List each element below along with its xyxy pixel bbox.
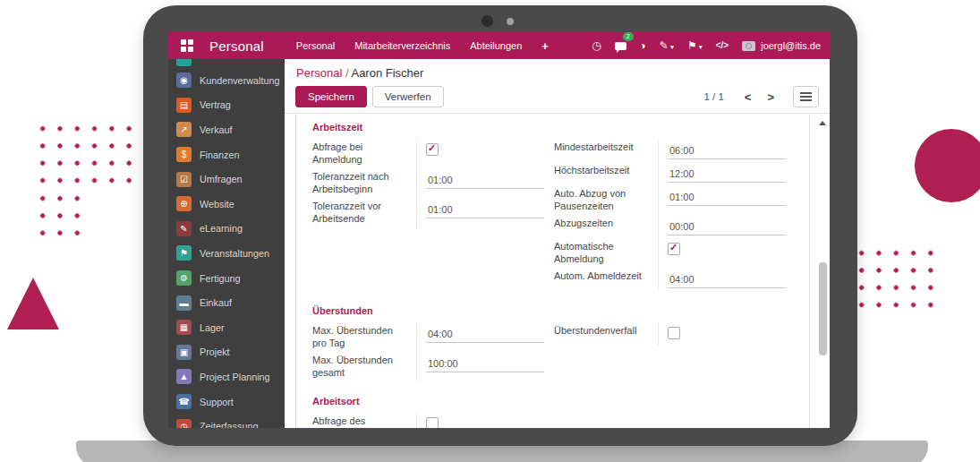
scrollbar-up-arrow-icon[interactable]: [819, 121, 826, 125]
input-auto-abzug[interactable]: 01:00: [668, 192, 786, 206]
sidebar-app-label: Zeiterfassung: [200, 421, 258, 428]
edit-menu-icon[interactable]: ✎▾: [660, 40, 674, 51]
decor-triangle: [7, 278, 59, 329]
field-row: Auto. Abzug von Pausenzeiten 01:00: [554, 185, 780, 215]
field-label-automatische-abmeldung: Automatische Abmeldung: [554, 238, 658, 268]
field-row: Automatische Abmeldung: [554, 238, 780, 268]
sidebar-app-label: Einkauf: [200, 297, 232, 308]
sidebar-app-item[interactable]: ▦ Lager: [168, 315, 285, 340]
sidebar-app-item[interactable]: ⊕ Website: [168, 192, 285, 217]
sales-app-icon: ↗: [176, 122, 192, 137]
input-max-ueberstunden-gesamt[interactable]: 100:00: [426, 358, 544, 372]
message-count-badge: 2: [623, 32, 634, 41]
user-name: joergl@itis.de: [761, 40, 821, 51]
input-toleranzzeit-vor[interactable]: 01:00: [426, 204, 544, 218]
topbar-systray: ◷ 2 ◑ ✎▾ ⚑▾ </> joergl@itis.de: [592, 38, 821, 54]
checkbox-abfrage-des-standorts[interactable]: [426, 417, 439, 428]
field-label-abfrage-bei-anmeldung: Abfrage bei Anmeldung: [312, 139, 416, 168]
layout-menu-icon[interactable]: [793, 86, 819, 107]
pager-next-icon[interactable]: >: [759, 90, 782, 104]
input-max-ueberstunden-pro-tag[interactable]: 04:00: [426, 329, 544, 343]
user-menu[interactable]: joergl@itis.de: [742, 40, 821, 51]
input-toleranzzeit-nach[interactable]: 01:00: [426, 175, 544, 189]
sidebar-app-label: Veranstaltungen: [200, 248, 269, 259]
decor-dots-left-small: [34, 190, 86, 242]
field-label-abmeldezeit: Autom. Abmeldezeit: [554, 268, 658, 291]
control-panel: Personal / Aaron Fischer Speichern Verwe…: [285, 59, 830, 114]
project-app-icon: ▣: [176, 345, 192, 360]
checkbox-abfrage-bei-anmeldung[interactable]: [426, 143, 439, 156]
field-label-auto-abzug: Auto. Abzug von Pausenzeiten: [554, 185, 658, 215]
field-label-toleranzzeit-vor: Toleranzzeit vor Arbeitsende: [312, 198, 416, 227]
decor-dots-left-large: [34, 120, 138, 190]
planning-app-icon: ▲: [176, 369, 192, 384]
sidebar-app-item[interactable]: ↗ Verkauf: [168, 117, 285, 142]
sidebar-app-item[interactable]: ◉ Kundenverwaltung: [168, 68, 285, 93]
sidebar-app-label: Website: [200, 199, 234, 210]
messages-icon[interactable]: 2: [615, 38, 626, 54]
purchase-app-icon: ▬: [176, 295, 192, 311]
sidebar-app-item[interactable]: ☎ Support: [168, 389, 285, 415]
input-abzugszeiten[interactable]: 00:00: [668, 221, 786, 235]
field-row: Mindestarbeitszeit 06:00: [554, 139, 780, 162]
section-title: Arbeitsort: [312, 396, 809, 406]
sidebar-app-item[interactable]: ⚙ Fertigung: [168, 266, 285, 291]
input-mindestarbeitszeit[interactable]: 06:00: [668, 145, 786, 159]
checkbox-ueberstundenverfall[interactable]: [668, 327, 680, 339]
discard-button[interactable]: Verwerfen: [372, 86, 444, 107]
crm-app-icon: ◉: [176, 73, 192, 88]
section-arbeitsort: Arbeitsort Abfrage des Standorts bei Anm…: [312, 396, 809, 428]
field-row: Abfrage bei Anmeldung: [312, 139, 538, 168]
sidebar-app-label: Support: [200, 397, 234, 407]
input-hoechstarbeitszeit[interactable]: 12:00: [668, 168, 786, 183]
sidebar-app-label: Vertrag: [200, 99, 231, 110]
page: Personal Personal Mitarbeiterverzeichnis…: [0, 0, 980, 462]
sidebar-app-label: Umfragen: [200, 174, 242, 184]
pager-previous-icon[interactable]: <: [737, 90, 760, 104]
scrollbar-thumb[interactable]: [819, 262, 827, 355]
contrast-icon[interactable]: ◑: [640, 40, 646, 51]
checkbox-automatische-abmeldung[interactable]: [668, 243, 680, 255]
field-label-ueberstundenverfall: Überstundenverfall: [554, 322, 658, 346]
input-abmeldezeit[interactable]: 04:00: [668, 274, 786, 288]
sidebar-app-item[interactable]: ☑ Umfragen: [168, 167, 285, 192]
flag-icon: ⚑: [687, 39, 697, 52]
flag-menu-icon[interactable]: ⚑▾: [687, 40, 703, 51]
add-menu-icon[interactable]: +: [541, 39, 549, 53]
elearning-app-icon: ✎: [176, 221, 192, 236]
sidebar-app-item[interactable]: ▲ Project Planning: [168, 364, 285, 389]
field-label-max-ueberstunden-gesamt: Max. Überstunden gesamt: [312, 352, 416, 381]
field-label-mindestarbeitszeit: Mindestarbeitszeit: [554, 139, 658, 162]
button-row: Speichern Verwerfen 1 / 1 < >: [295, 86, 819, 107]
menu-personal[interactable]: Personal: [296, 40, 335, 51]
apps-menu-icon[interactable]: [181, 39, 193, 52]
field-row: Autom. Abmeldezeit 04:00: [554, 268, 780, 291]
developer-tools-icon[interactable]: </>: [716, 41, 729, 50]
webcam-led-icon: [507, 18, 514, 25]
menu-abteilungen[interactable]: Abteilungen: [470, 40, 522, 51]
webcam-icon: [481, 15, 493, 27]
field-label-toleranzzeit-nach: Toleranzzeit nach Arbeitsbeginn: [312, 168, 416, 198]
sidebar-app-item[interactable]: $ Finanzen: [168, 142, 285, 167]
field-row: Toleranzzeit vor Arbeitsende 01:00: [312, 198, 538, 227]
breadcrumb: Personal / Aaron Fischer: [295, 64, 819, 83]
field-label-max-ueberstunden-pro-tag: Max. Überstunden pro Tag: [312, 322, 416, 352]
sidebar-partial-app-icon[interactable]: [176, 59, 192, 66]
sidebar-app-item[interactable]: ⚑ Veranstaltungen: [168, 241, 285, 266]
activities-clock-icon[interactable]: ◷: [592, 40, 601, 51]
sidebar-app-item[interactable]: ◷ Zeiterfassung: [168, 414, 285, 428]
sidebar-app-item[interactable]: ▬ Einkauf: [168, 290, 285, 315]
website-app-icon: ⊕: [176, 196, 192, 211]
breadcrumb-parent-link[interactable]: Personal: [296, 66, 342, 80]
field-label-abfrage-des-standorts: Abfrage des Standorts bei Anmeldung: [312, 413, 416, 428]
field-row: Max. Überstunden gesamt 100:00: [312, 352, 538, 381]
sidebar-app-item[interactable]: ▣ Projekt: [168, 340, 285, 365]
sidebar-app-item[interactable]: ✎ eLearning: [168, 217, 285, 242]
menu-mitarbeiterverzeichnis[interactable]: Mitarbeiterverzeichnis: [354, 40, 450, 51]
manufacturing-app-icon: ⚙: [176, 270, 192, 286]
field-row: Abzugszeiten 00:00: [554, 215, 780, 238]
main-content: Personal / Aaron Fischer Speichern Verwe…: [285, 59, 830, 428]
avatar: [742, 41, 755, 51]
save-button[interactable]: Speichern: [295, 86, 367, 107]
sidebar-app-item[interactable]: ▤ Vertrag: [168, 93, 285, 118]
